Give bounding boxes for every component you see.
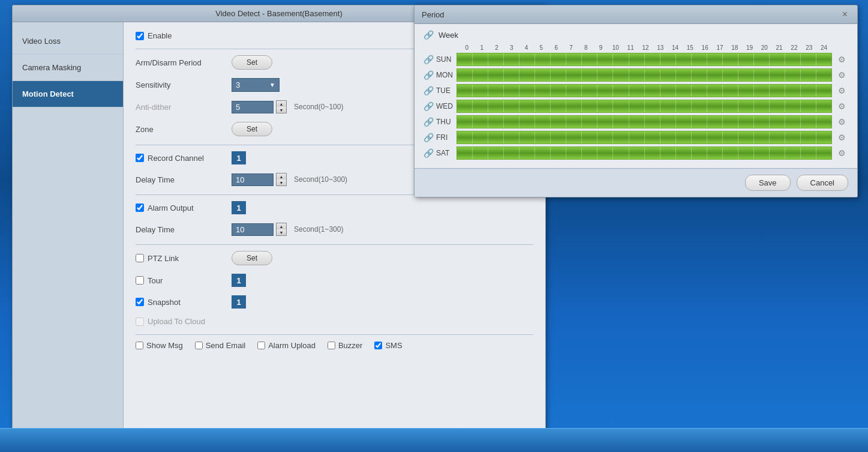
tour-row: Tour 1 (136, 274, 533, 287)
enable-checkbox-label[interactable]: Enable (136, 31, 172, 40)
anti-dither-value[interactable]: 5 (232, 101, 274, 113)
record-channel-checkbox[interactable] (136, 154, 144, 162)
arm-disarm-label: Arm/Disarm Period (136, 58, 232, 67)
snapshot-checkbox[interactable] (136, 298, 144, 306)
sun-timeline-bar[interactable] (456, 53, 832, 66)
arm-disarm-set-button[interactable]: Set (232, 55, 272, 70)
tue-timeline-bar[interactable] (456, 84, 832, 97)
anti-dither-spin: 5 ▲ ▼ Second(0~100) (232, 100, 343, 113)
sidebar-item-motion-detect[interactable]: Motion Detect (13, 81, 123, 107)
ptz-link-checkbox-label[interactable]: PTZ Link (136, 254, 232, 263)
thu-timeline-bar[interactable] (456, 115, 832, 128)
period-bottom: Save Cancel (415, 168, 857, 197)
delay-time2-spin: 10 ▲ ▼ Second(1~300) (232, 223, 343, 236)
anti-dither-down-button[interactable]: ▼ (277, 107, 286, 113)
zone-label: Zone (136, 125, 232, 134)
mon-link-icon: 🔗 (424, 70, 434, 80)
sms-checkbox[interactable] (374, 342, 382, 349)
sensitivity-select[interactable]: 3 ▼ (232, 78, 280, 92)
anti-dither-up-button[interactable]: ▲ (277, 101, 286, 107)
fri-gear-icon[interactable]: ⚙ (835, 131, 848, 144)
sidebar-item-camera-masking[interactable]: Camera Masking (13, 55, 123, 81)
show-msg-checkbox[interactable] (136, 342, 143, 349)
day-label-tue: 🔗 TUE (424, 86, 456, 95)
show-msg-label[interactable]: Show Msg (136, 341, 183, 350)
sidebar-item-video-loss[interactable]: Video Loss (13, 28, 123, 55)
tour-badge: 1 (232, 274, 246, 287)
timeline-row-thu: 🔗 THU ⚙ (424, 115, 848, 128)
alarm-output-checkbox[interactable] (136, 203, 144, 212)
enable-checkbox[interactable] (136, 32, 144, 40)
delay-time2-label: Delay Time (136, 225, 232, 234)
delay-time1-spin: 10 ▲ ▼ Second(10~300) (232, 173, 347, 186)
delay-time2-down-button[interactable]: ▼ (277, 229, 286, 235)
day-label-sat: 🔗 SAT (424, 148, 456, 158)
delay-time2-spin-buttons: ▲ ▼ (276, 223, 287, 236)
period-close-button[interactable]: × (840, 9, 850, 20)
wed-timeline-bar[interactable] (456, 100, 832, 113)
send-email-label[interactable]: Send Email (195, 341, 245, 350)
upload-cloud-row: Upload To Cloud (136, 317, 533, 326)
buzzer-checkbox[interactable] (328, 342, 335, 349)
snapshot-checkbox-label[interactable]: Snapshot (136, 298, 232, 307)
day-label-wed: 🔗 WED (424, 101, 456, 111)
wed-gear-icon[interactable]: ⚙ (835, 100, 848, 113)
upload-cloud-checkbox-label[interactable]: Upload To Cloud (136, 317, 205, 326)
sensitivity-arrow-icon: ▼ (269, 82, 275, 88)
period-dialog: Period × 🔗 Week 0 1 2 3 4 5 6 7 8 9 10 1… (414, 5, 858, 197)
delay-time1-up-button[interactable]: ▲ (277, 173, 286, 179)
delay-time1-hint: Second(10~300) (294, 175, 347, 184)
notify-row: Show Msg Send Email Alarm Upload Buzzer … (136, 341, 533, 350)
timeline-row-fri: 🔗 FRI ⚙ (424, 131, 848, 144)
alarm-upload-checkbox[interactable] (257, 342, 265, 349)
period-title: Period (422, 10, 444, 19)
delay-time2-row: Delay Time 10 ▲ ▼ Second(1~300) (136, 223, 533, 236)
upload-cloud-checkbox (136, 318, 144, 326)
alarm-output-checkbox-label[interactable]: Alarm Output (136, 203, 232, 212)
thu-gear-icon[interactable]: ⚙ (835, 115, 848, 128)
ptz-link-checkbox[interactable] (136, 254, 144, 262)
wed-link-icon: 🔗 (424, 101, 434, 111)
video-detect-title: Video Detect - Basement(Basement) (215, 9, 342, 18)
tour-checkbox-label[interactable]: Tour (136, 276, 232, 285)
fri-link-icon: 🔗 (424, 133, 434, 142)
sat-timeline-bar[interactable] (456, 146, 832, 160)
thu-link-icon: 🔗 (424, 117, 434, 127)
tour-checkbox[interactable] (136, 276, 144, 285)
buzzer-label[interactable]: Buzzer (328, 341, 362, 350)
timeline-row-mon: 🔗 MON ⚙ (424, 68, 848, 82)
sms-label[interactable]: SMS (374, 341, 402, 350)
delay-time2-up-button[interactable]: ▲ (277, 223, 286, 229)
tue-gear-icon[interactable]: ⚙ (835, 84, 848, 97)
send-email-checkbox[interactable] (195, 342, 203, 349)
sat-link-icon: 🔗 (424, 148, 434, 158)
mon-gear-icon[interactable]: ⚙ (835, 68, 848, 82)
ptz-link-set-button[interactable]: Set (232, 251, 272, 265)
alarm-upload-label[interactable]: Alarm Upload (257, 341, 316, 350)
period-cancel-button[interactable]: Cancel (797, 175, 848, 191)
delay-time1-label: Delay Time (136, 175, 232, 184)
period-titlebar: Period × (415, 5, 857, 24)
delay-time2-value[interactable]: 10 (232, 223, 274, 236)
anti-dither-label: Anti-dither (136, 103, 232, 112)
week-label: Week (438, 31, 458, 40)
period-save-button[interactable]: Save (745, 175, 791, 191)
timeline-row-sat: 🔗 SAT ⚙ (424, 146, 848, 160)
taskbar (0, 428, 868, 452)
timeline-row-wed: 🔗 WED ⚙ (424, 100, 848, 113)
sat-gear-icon[interactable]: ⚙ (835, 146, 848, 160)
week-link-icon: 🔗 (424, 30, 434, 40)
zone-set-button[interactable]: Set (232, 122, 272, 136)
sun-link-icon: 🔗 (424, 55, 434, 64)
delay-time2-hint: Second(1~300) (294, 225, 343, 234)
period-week-header: 🔗 Week (424, 30, 848, 40)
snapshot-row: Snapshot 1 (136, 295, 533, 309)
timeline-container: 0 1 2 3 4 5 6 7 8 9 10 11 12 13 14 15 16… (424, 44, 848, 160)
delay-time1-down-button[interactable]: ▼ (277, 179, 286, 185)
sun-gear-icon[interactable]: ⚙ (835, 53, 848, 66)
fri-timeline-bar[interactable] (456, 131, 832, 144)
mon-timeline-bar[interactable] (456, 68, 832, 82)
timeline-header: 0 1 2 3 4 5 6 7 8 9 10 11 12 13 14 15 16… (424, 44, 848, 51)
record-channel-checkbox-label[interactable]: Record Channel (136, 154, 232, 163)
delay-time1-value[interactable]: 10 (232, 173, 274, 186)
